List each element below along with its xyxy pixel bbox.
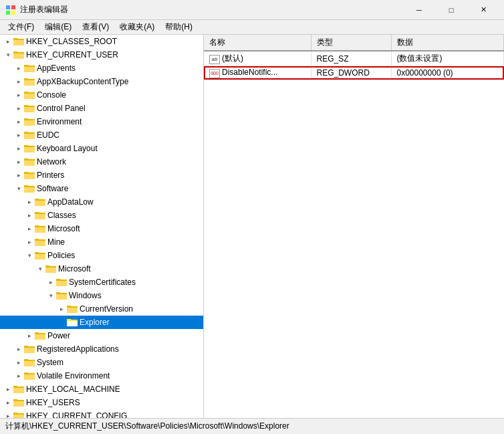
tree-pane[interactable]: ▸ HKEY_CLASSES_ROOT▾ HKEY_CURRENT_USER▸ … (0, 35, 204, 418)
menu-item-e[interactable]: 编辑(E) (39, 20, 77, 34)
menu-item-v[interactable]: 查看(V) (77, 20, 114, 34)
close-button[interactable]: ✕ (468, 0, 499, 20)
registry-row-0[interactable]: ab(默认)REG_SZ(数值未设置) (204, 51, 504, 66)
expand-btn-software[interactable]: ▾ (13, 183, 24, 194)
expand-btn-classes[interactable]: ▸ (24, 210, 35, 221)
folder-icon-policies (35, 251, 45, 260)
tree-label-keyboardlayout: Keyboard Layout (37, 144, 98, 153)
tree-item-systemcerts[interactable]: ▸ SystemCertificates (0, 276, 203, 289)
reg-name-text-0: (默认) (222, 53, 243, 63)
registry-scroll[interactable]: 名称 类型 数据 ab(默认)REG_SZ(数值未设置)000DisableNo… (204, 35, 504, 418)
minimize-button[interactable]: ─ (404, 0, 434, 20)
tree-item-controlpanel[interactable]: ▸ Control Panel (0, 102, 203, 115)
expand-btn-controlpanel[interactable]: ▸ (13, 103, 24, 114)
tree-item-microsoft_soft[interactable]: ▸ Microsoft (0, 222, 203, 235)
expand-btn-users[interactable]: ▸ (3, 397, 13, 408)
expand-btn-classes_root[interactable]: ▸ (3, 36, 13, 47)
expand-btn-currentversion[interactable]: ▸ (56, 304, 67, 314)
folder-icon-volatile (24, 371, 35, 381)
folder-icon-environment (24, 117, 35, 126)
folder-icon-controlpanel (24, 104, 35, 113)
tree-item-explorer[interactable]: Explorer (0, 316, 203, 329)
expand-btn-microsoft_pol[interactable]: ▾ (35, 263, 45, 274)
menu-item-f[interactable]: 文件(F) (3, 20, 39, 34)
tree-item-classes_root[interactable]: ▸ HKEY_CLASSES_ROOT (0, 35, 203, 48)
tree-item-appxbackup[interactable]: ▸ AppXBackupContentType (0, 75, 203, 88)
col-name: 名称 (204, 35, 311, 51)
expand-btn-current_user[interactable]: ▾ (3, 49, 13, 60)
expand-btn-power[interactable]: ▸ (24, 330, 35, 341)
expand-btn-network[interactable]: ▸ (13, 156, 24, 167)
tree-item-volatile[interactable]: ▸ Volatile Environment (0, 369, 203, 383)
folder-icon-local_machine (13, 385, 24, 394)
tree-item-classes[interactable]: ▸ Classes (0, 209, 203, 222)
folder-icon-power (35, 331, 45, 340)
expand-btn-current_config[interactable]: ▸ (3, 411, 13, 418)
tree-item-mine[interactable]: ▸ Mine (0, 235, 203, 249)
ab-icon: ab (209, 55, 220, 64)
expand-btn-appdatalow[interactable]: ▸ (24, 197, 35, 207)
tree-label-classes_root: HKEY_CLASSES_ROOT (26, 37, 117, 46)
svg-rect-2 (6, 11, 10, 15)
reg-type-0: REG_SZ (311, 51, 391, 66)
tree-label-local_machine: HKEY_LOCAL_MACHINE (26, 385, 120, 394)
tree-item-registeredapps[interactable]: ▸ RegisteredApplications (0, 342, 203, 356)
expand-btn-eudc[interactable]: ▸ (13, 130, 24, 140)
expand-btn-policies[interactable]: ▾ (24, 250, 35, 261)
tree-label-volatile: Volatile Environment (37, 371, 110, 381)
folder-icon-printers (24, 171, 35, 180)
tree-label-microsoft_pol: Microsoft (58, 264, 91, 274)
tree-item-power[interactable]: ▸ Power (0, 329, 203, 342)
expand-btn-windows[interactable]: ▾ (45, 290, 56, 301)
folder-icon-network (24, 157, 35, 167)
app-icon (5, 5, 16, 15)
right-pane: 名称 类型 数据 ab(默认)REG_SZ(数值未设置)000DisableNo… (204, 35, 504, 418)
folder-icon-keyboardlayout (24, 144, 35, 153)
expand-btn-mine[interactable]: ▸ (24, 237, 35, 247)
title-text: 注册表编辑器 (20, 4, 404, 15)
tree-item-users[interactable]: ▸ HKEY_USERS (0, 396, 203, 409)
expand-btn-appxbackup[interactable]: ▸ (13, 76, 24, 87)
folder-icon-system (24, 358, 35, 367)
registry-table: 名称 类型 数据 ab(默认)REG_SZ(数值未设置)000DisableNo… (204, 35, 504, 80)
expand-btn-systemcerts[interactable]: ▸ (45, 277, 56, 288)
expand-btn-appevents[interactable]: ▸ (13, 63, 24, 74)
tree-item-printers[interactable]: ▸ Printers (0, 169, 203, 182)
tree-item-keyboardlayout[interactable]: ▸ Keyboard Layout (0, 142, 203, 155)
tree-item-current_config[interactable]: ▸ HKEY_CURRENT_CONFIG (0, 409, 203, 418)
tree-label-console: Console (37, 90, 66, 100)
tree-item-appevents[interactable]: ▸ AppEvents (0, 62, 203, 75)
col-data: 数据 (391, 35, 504, 51)
expand-btn-registeredapps[interactable]: ▸ (13, 344, 24, 354)
tree-label-eudc: EUDC (37, 130, 59, 140)
tree-item-software[interactable]: ▾ Software (0, 182, 203, 195)
expand-btn-keyboardlayout[interactable]: ▸ (13, 143, 24, 154)
title-bar: 注册表编辑器 ─ □ ✕ (0, 0, 504, 20)
tree-item-network[interactable]: ▸ Network (0, 155, 203, 169)
dword-icon: 000 (209, 69, 220, 78)
registry-row-1[interactable]: 000DisableNotific...REG_DWORD0x00000000 … (204, 66, 504, 80)
expand-btn-volatile[interactable]: ▸ (13, 370, 24, 381)
tree-item-eudc[interactable]: ▸ EUDC (0, 128, 203, 142)
expand-btn-system[interactable]: ▸ (13, 357, 24, 368)
tree-item-appdatalow[interactable]: ▸ AppDataLow (0, 195, 203, 209)
tree-item-local_machine[interactable]: ▸ HKEY_LOCAL_MACHINE (0, 383, 203, 396)
tree-label-appevents: AppEvents (37, 64, 76, 73)
expand-btn-local_machine[interactable]: ▸ (3, 384, 13, 395)
maximize-button[interactable]: □ (436, 0, 467, 20)
tree-item-environment[interactable]: ▸ Environment (0, 115, 203, 128)
tree-item-microsoft_pol[interactable]: ▾ Microsoft (0, 262, 203, 276)
menu-item-h[interactable]: 帮助(H) (160, 20, 198, 34)
expand-btn-printers[interactable]: ▸ (13, 170, 24, 181)
expand-btn-microsoft_soft[interactable]: ▸ (24, 223, 35, 234)
tree-item-current_user[interactable]: ▾ HKEY_CURRENT_USER (0, 48, 203, 62)
tree-item-currentversion[interactable]: ▸ CurrentVersion (0, 302, 203, 316)
tree-item-system[interactable]: ▸ System (0, 356, 203, 369)
tree-item-policies[interactable]: ▾ Policies (0, 249, 203, 262)
tree-item-windows[interactable]: ▾ Windows (0, 289, 203, 302)
menu-item-a[interactable]: 收藏夹(A) (114, 20, 160, 34)
tree-item-console[interactable]: ▸ Console (0, 88, 203, 102)
expand-btn-console[interactable]: ▸ (13, 90, 24, 100)
expand-btn-environment[interactable]: ▸ (13, 116, 24, 127)
tree-label-registeredapps: RegisteredApplications (37, 344, 119, 354)
